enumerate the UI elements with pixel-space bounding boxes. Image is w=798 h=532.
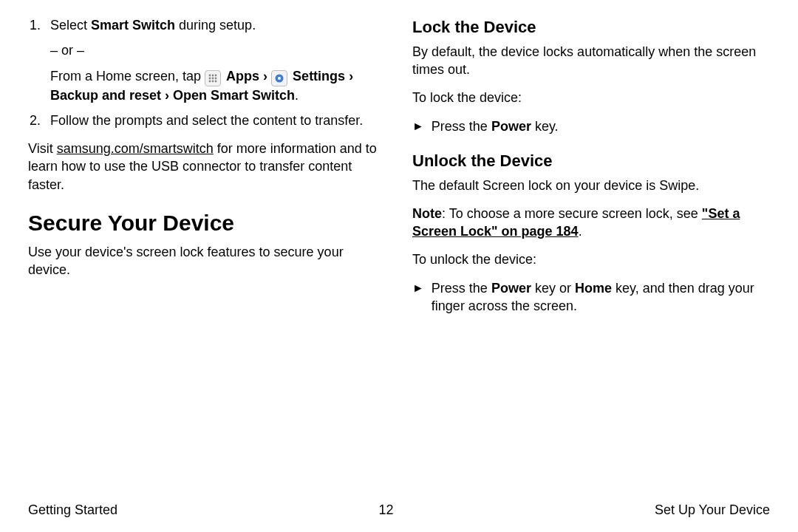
footer-page-number: 12 <box>378 501 393 519</box>
heading-lock-device: Lock the Device <box>412 16 770 38</box>
page: Select Smart Switch during setup. – or –… <box>0 0 798 532</box>
from-home-text: From a Home screen, tap Apps › <box>50 67 386 104</box>
unlock-howto-label: To unlock the device: <box>412 250 770 268</box>
unlock-note: Note: To choose a more secure screen loc… <box>412 205 770 241</box>
home-key-bold: Home <box>575 281 612 296</box>
svg-point-6 <box>209 80 211 82</box>
arrow-icon: ► <box>412 117 424 135</box>
svg-point-1 <box>212 74 214 76</box>
svg-point-0 <box>209 74 211 76</box>
or-separator: – or – <box>50 41 386 59</box>
svg-point-5 <box>215 77 217 79</box>
footer-right: Set Up Your Device <box>655 501 770 519</box>
svg-point-2 <box>215 74 217 76</box>
steps-list: Select Smart Switch during setup. – or –… <box>28 16 386 129</box>
svg-point-10 <box>278 77 281 80</box>
lock-howto-label: To lock the device: <box>412 89 770 106</box>
svg-point-7 <box>212 80 214 82</box>
step-1: Select Smart Switch during setup. – or –… <box>44 16 386 104</box>
right-column: Lock the Device By default, the device l… <box>412 16 770 325</box>
power-key-bold: Power <box>491 119 531 134</box>
step1-text: Select Smart Switch during setup. <box>50 18 256 33</box>
lock-description: By default, the device locks automatical… <box>412 43 770 79</box>
smartswitch-link[interactable]: samsung.com/smartswitch <box>57 141 214 156</box>
power-key-bold: Power <box>491 281 531 296</box>
svg-point-8 <box>215 80 217 82</box>
settings-label: Settings <box>293 69 345 83</box>
visit-paragraph: Visit samsung.com/smartswitch for more i… <box>28 140 386 194</box>
page-footer: Getting Started 12 Set Up Your Device <box>28 501 770 519</box>
arrow-icon: ► <box>412 279 424 316</box>
backup-reset-path: Backup and reset › Open Smart Switch <box>50 88 295 103</box>
left-column: Select Smart Switch during setup. – or –… <box>28 16 386 325</box>
lock-instruction: ► Press the Power key. <box>412 117 770 135</box>
footer-left: Getting Started <box>28 501 117 519</box>
secure-description: Use your device's screen lock features t… <box>28 243 386 279</box>
two-column-layout: Select Smart Switch during setup. – or –… <box>28 16 770 325</box>
heading-secure-your-device: Secure Your Device <box>28 208 386 239</box>
unlock-instruction: ► Press the Power key or Home key, and t… <box>412 279 770 316</box>
settings-icon <box>271 70 287 86</box>
apps-icon <box>205 70 221 86</box>
unlock-description: The default Screen lock on your device i… <box>412 177 770 194</box>
note-label: Note <box>412 206 442 221</box>
heading-unlock-device: Unlock the Device <box>412 150 770 172</box>
svg-point-4 <box>212 77 214 79</box>
smart-switch-bold: Smart Switch <box>91 18 175 33</box>
apps-label: Apps <box>226 69 259 83</box>
svg-point-3 <box>209 77 211 79</box>
step-2: Follow the prompts and select the conten… <box>44 112 386 129</box>
